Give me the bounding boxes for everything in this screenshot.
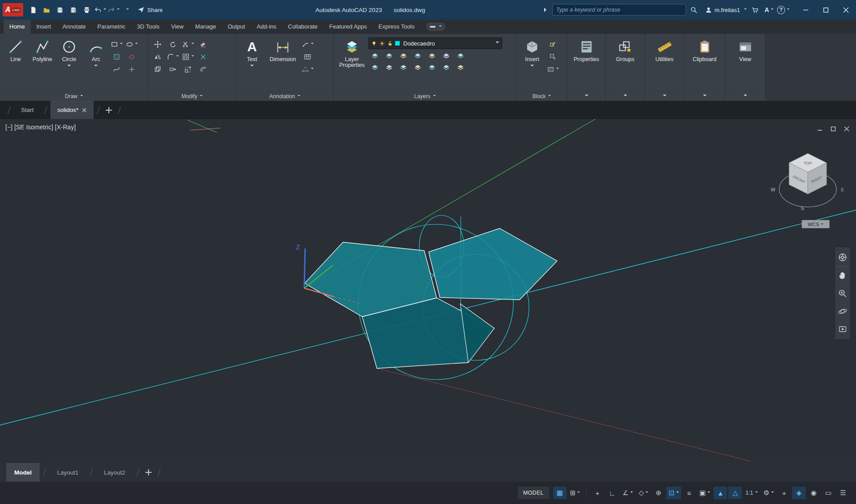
save-button[interactable] — [54, 4, 66, 16]
pan-button[interactable] — [835, 267, 850, 285]
layer-tool-previous[interactable] — [368, 62, 381, 72]
dodecahedron-face-top-right[interactable] — [429, 228, 557, 300]
mirror-button[interactable] — [151, 51, 164, 62]
viewport-close-button[interactable] — [842, 124, 852, 133]
layer-tool-match[interactable] — [440, 51, 452, 61]
layer-tool-delete[interactable] — [440, 62, 452, 72]
layer-dropdown[interactable]: Dodecaedro — [368, 37, 502, 49]
clipboard-panel-label[interactable] — [684, 91, 725, 101]
layer-tool-isolate[interactable] — [368, 51, 381, 61]
help-button[interactable]: ? — [777, 4, 790, 16]
isolate-objects-button[interactable]: ◉ — [807, 487, 820, 499]
tab-parametric[interactable]: Parametric — [91, 20, 131, 34]
properties-button[interactable]: Properties — [570, 37, 603, 91]
new-file-button[interactable] — [27, 4, 39, 16]
file-tab-start[interactable]: Start — [14, 101, 41, 119]
text-button[interactable]: A Text — [239, 37, 265, 91]
stretch-button[interactable] — [166, 63, 179, 75]
tab-output[interactable]: Output — [222, 20, 251, 34]
selection-cycling-toggle[interactable]: ▣ — [697, 487, 712, 499]
block-attributes-button[interactable] — [546, 63, 559, 75]
zoom-button[interactable] — [835, 285, 850, 302]
layer-tool-lock[interactable] — [426, 51, 438, 61]
layer-color-swatch[interactable] — [395, 41, 400, 46]
tab-home[interactable]: Home — [4, 20, 31, 34]
close-button[interactable] — [836, 0, 856, 20]
scale-button[interactable] — [181, 63, 194, 75]
search-collapse-icon[interactable] — [544, 8, 549, 12]
layers-panel-label[interactable]: Layers — [334, 91, 516, 101]
insert-block-button[interactable]: Insert — [519, 37, 545, 91]
annotation-autoscale-toggle[interactable]: △ — [728, 487, 742, 499]
ortho-mode-toggle[interactable]: ∟ — [605, 487, 619, 499]
new-layout-button[interactable] — [143, 467, 154, 478]
snap-mode-toggle[interactable]: ⊞ — [568, 487, 583, 499]
line-button[interactable]: Line — [3, 37, 29, 91]
utilities-panel-label[interactable] — [645, 91, 684, 101]
compass-south-label[interactable]: S — [801, 206, 804, 211]
file-tab-solidos[interactable]: solidos* — [50, 101, 94, 119]
edit-block-button[interactable] — [546, 38, 559, 50]
save-as-button[interactable] — [67, 4, 79, 16]
clean-screen-toggle[interactable]: ▭ — [822, 487, 835, 499]
show-motion-button[interactable] — [835, 320, 850, 338]
rectangle-button[interactable] — [110, 38, 123, 50]
create-block-button[interactable] — [546, 51, 559, 62]
grid-display-toggle[interactable]: ▦ — [553, 487, 567, 499]
layer-tool-freeze[interactable] — [397, 51, 409, 61]
compass-east-label[interactable]: E — [841, 187, 844, 192]
polyline-button[interactable]: Polyline — [29, 37, 55, 91]
layout-tab-layout1[interactable]: Layout1 — [49, 463, 87, 482]
hatch-button[interactable] — [110, 51, 123, 62]
qat-menu-button[interactable] — [120, 4, 133, 16]
layer-tool-unlock[interactable] — [411, 62, 424, 72]
object-snap-toggle[interactable]: ⊡ — [666, 487, 681, 499]
close-tab-icon[interactable] — [82, 108, 87, 112]
ribbon-display-toggle[interactable] — [426, 23, 445, 31]
search-input[interactable] — [556, 7, 682, 13]
plot-button[interactable] — [80, 4, 93, 16]
viewcube-top-label[interactable]: TOP — [804, 161, 812, 165]
text-dropdown-icon[interactable] — [250, 65, 254, 68]
draw-panel-label[interactable]: Draw — [0, 91, 148, 101]
tab-insert[interactable]: Insert — [31, 20, 57, 34]
point-button[interactable] — [125, 63, 138, 75]
tab-express-tools[interactable]: Express Tools — [373, 20, 421, 34]
layer-tool-vpfreeze[interactable] — [397, 62, 409, 72]
rotate-button[interactable] — [166, 38, 179, 50]
ucs-z-axis[interactable] — [304, 248, 305, 288]
circle-button[interactable]: Circle — [56, 37, 82, 91]
fillet-button[interactable] — [166, 51, 179, 62]
view-panel-button[interactable]: View — [728, 37, 762, 91]
groups-button[interactable]: Groups — [608, 37, 642, 91]
layer-tool-walk[interactable] — [383, 62, 395, 72]
move-button[interactable] — [151, 38, 164, 50]
orbit-button[interactable] — [835, 302, 850, 320]
maximize-button[interactable] — [816, 0, 836, 20]
tab-featured-apps[interactable]: Featured Apps — [323, 20, 373, 34]
compass-west-label[interactable]: W — [771, 187, 776, 192]
tab-add-ins[interactable]: Add-ins — [251, 20, 282, 34]
explode-button[interactable] — [196, 51, 210, 62]
model-space-toggle[interactable]: MODEL — [518, 487, 549, 499]
groups-panel-label[interactable] — [606, 91, 645, 101]
redo-button[interactable] — [107, 4, 120, 16]
tab-3d-tools[interactable]: 3D Tools — [131, 20, 165, 34]
tab-annotate[interactable]: Annotate — [57, 20, 91, 34]
array-button[interactable] — [181, 51, 194, 62]
annotation-panel-label[interactable]: Annotation — [236, 91, 333, 101]
graphics-performance-toggle[interactable]: ◈ — [792, 487, 806, 499]
share-button[interactable]: Share — [137, 6, 163, 13]
viewport-restore-button[interactable] — [828, 124, 838, 133]
autocad-logo[interactable]: A CAD — [3, 3, 23, 17]
layout-tab-layout2[interactable]: Layout2 — [96, 463, 133, 482]
spline-button[interactable] — [110, 63, 123, 75]
wcs-dropdown[interactable]: WCS — [802, 220, 830, 228]
lineweight-toggle[interactable]: ≡ — [682, 487, 696, 499]
tab-manage[interactable]: Manage — [189, 20, 222, 34]
leader-button[interactable] — [301, 38, 314, 50]
search-button[interactable] — [688, 4, 700, 16]
annotation-scale-button[interactable]: 1:1 — [743, 487, 760, 499]
undo-button[interactable] — [94, 4, 106, 16]
viewport-menu-control[interactable]: [−] — [5, 124, 12, 131]
